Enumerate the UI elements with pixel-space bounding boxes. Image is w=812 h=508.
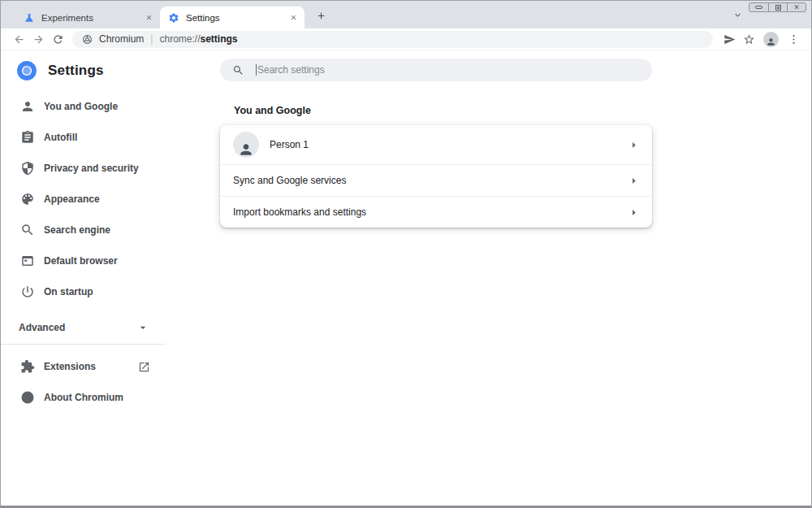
you-and-google-card: Person 1 Sync and Google services Import… — [220, 125, 652, 228]
forward-button[interactable] — [28, 29, 48, 49]
sidebar-divider — [1, 344, 166, 345]
reload-button[interactable] — [48, 29, 67, 49]
person-icon — [238, 141, 254, 158]
close-tab-icon[interactable] — [287, 11, 300, 24]
search-icon — [20, 223, 35, 237]
import-bookmarks-row[interactable]: Import bookmarks and settings — [220, 197, 652, 228]
close-window-button[interactable]: ✕ — [787, 3, 806, 11]
arrow-right-icon — [627, 206, 641, 219]
chevron-down-icon[interactable] — [732, 9, 743, 24]
address-bar[interactable]: Chromium | chrome:// settings — [72, 31, 713, 48]
menu-three-dots-button[interactable] — [784, 29, 803, 49]
browser-window: Experiments Settings ✕ — [0, 0, 812, 508]
chromium-glyph-icon — [82, 34, 93, 45]
settings-content: Search settings You and Google Person 1 … — [166, 50, 811, 503]
sidebar-footer: Extensions About Chromium — [1, 351, 166, 413]
maximize-icon — [775, 5, 781, 11]
window-controls: ✕ — [749, 2, 806, 12]
search-placeholder: Search settings — [257, 64, 325, 76]
chromium-logo-icon — [16, 60, 37, 81]
settings-sidebar: Settings You and Google Autofill Privacy… — [1, 50, 166, 503]
person-icon — [20, 99, 35, 114]
share-button[interactable] — [719, 29, 739, 49]
section-title: You and Google — [234, 105, 811, 116]
minimize-button[interactable] — [749, 3, 768, 11]
gear-icon — [168, 12, 179, 24]
bookmark-star-button[interactable] — [739, 29, 758, 49]
url-page: settings — [200, 33, 237, 45]
sidebar-item-you-and-google[interactable]: You and Google — [1, 91, 166, 122]
sidebar-advanced-toggle[interactable]: Advanced — [1, 312, 166, 343]
url-scheme: chrome:// — [159, 33, 200, 45]
new-tab-button[interactable] — [311, 6, 330, 25]
flask-icon — [24, 12, 35, 24]
puzzle-icon — [20, 359, 35, 374]
close-icon: ✕ — [793, 4, 800, 11]
profile-row[interactable]: Person 1 — [220, 125, 652, 164]
back-button[interactable] — [9, 29, 28, 49]
tab-experiments[interactable]: Experiments — [15, 7, 160, 28]
profile-avatar-button[interactable] — [763, 32, 779, 47]
browser-window-icon — [20, 254, 35, 268]
page-title: Settings — [48, 63, 104, 79]
person-icon — [766, 37, 776, 47]
close-tab-icon[interactable] — [142, 11, 155, 24]
site-name: Chromium — [99, 33, 144, 45]
sidebar-item-privacy-and-security[interactable]: Privacy and security — [1, 153, 166, 184]
chromium-glyph-icon — [20, 390, 35, 405]
avatar — [233, 132, 259, 158]
palette-icon — [20, 192, 35, 206]
tab-label: Settings — [186, 13, 287, 23]
minimize-icon — [755, 6, 762, 9]
url-divider: | — [150, 33, 153, 45]
page-body: Settings You and Google Autofill Privacy… — [1, 50, 811, 503]
sidebar-item-search-engine[interactable]: Search engine — [1, 215, 166, 245]
sidebar-item-extensions[interactable]: Extensions — [1, 351, 166, 382]
sidebar-item-appearance[interactable]: Appearance — [1, 184, 166, 215]
sidebar-item-on-startup[interactable]: On startup — [1, 276, 166, 307]
sidebar-header: Settings — [1, 50, 166, 91]
sync-and-google-services-row[interactable]: Sync and Google services — [220, 165, 652, 196]
search-icon — [232, 64, 244, 76]
open-in-new-icon — [138, 361, 150, 373]
tab-strip: Experiments Settings ✕ — [1, 1, 811, 28]
arrow-right-icon — [627, 174, 641, 188]
browser-toolbar: Chromium | chrome:// settings — [1, 28, 811, 50]
search-settings-input[interactable]: Search settings — [220, 59, 652, 81]
tab-settings[interactable]: Settings — [160, 7, 304, 28]
sidebar-item-default-browser[interactable]: Default browser — [1, 245, 166, 276]
text-cursor — [256, 64, 257, 76]
sidebar-item-autofill[interactable]: Autofill — [1, 122, 166, 153]
clipboard-icon — [20, 130, 35, 145]
sidebar-item-about-chromium[interactable]: About Chromium — [1, 382, 166, 413]
maximize-button[interactable] — [768, 3, 787, 11]
tab-label: Experiments — [41, 13, 142, 23]
power-icon — [20, 284, 35, 299]
caret-down-icon — [136, 321, 149, 334]
arrow-right-icon — [627, 138, 641, 152]
shield-icon — [20, 161, 35, 176]
